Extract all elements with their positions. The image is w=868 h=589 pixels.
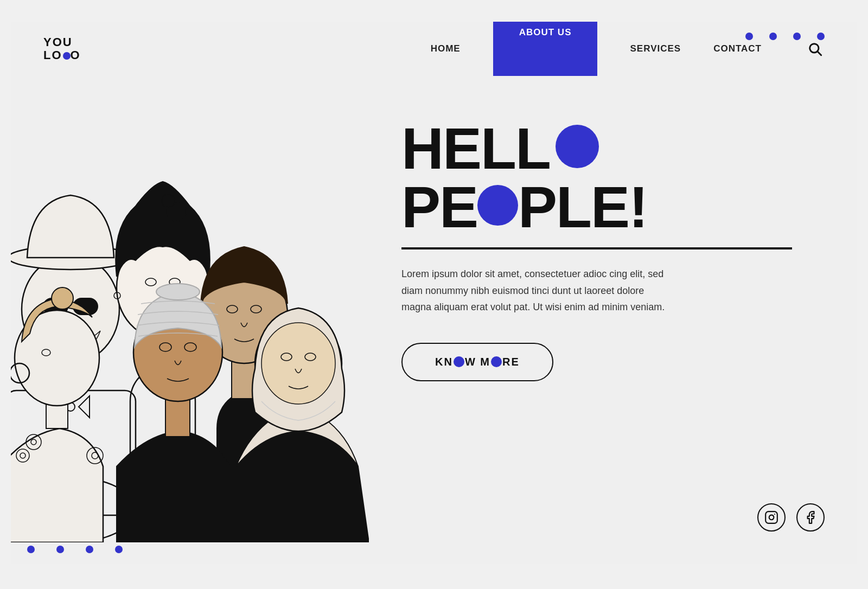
btn-o2 [491, 356, 502, 367]
hero-title-line1: HELL [401, 119, 792, 178]
dot-bottom-4 [115, 546, 123, 553]
nav-item-contact[interactable]: CONTACT [713, 39, 762, 59]
svg-point-43 [261, 323, 335, 404]
decorative-dots-bottom [27, 546, 123, 553]
svg-point-39 [156, 284, 200, 300]
svg-line-1 [818, 52, 821, 55]
illustration-area [11, 22, 369, 564]
header: YOU LOO HOME ABOUT US SERVICES CONTACT [11, 22, 857, 76]
know-more-button[interactable]: KNW MRE [401, 343, 553, 381]
navigation: HOME ABOUT US SERVICES CONTACT [431, 22, 825, 76]
nav-item-about-us[interactable]: ABOUT US [493, 22, 598, 76]
instagram-icon [764, 510, 778, 524]
dot-bottom-1 [27, 546, 35, 553]
svg-point-32 [52, 287, 73, 309]
search-icon [807, 41, 822, 56]
hero-title: HELL PEPLE! [401, 119, 792, 236]
dot-bottom-2 [56, 546, 64, 553]
hero-divider [401, 247, 792, 249]
search-button[interactable] [805, 39, 825, 59]
svg-rect-50 [765, 511, 777, 523]
btn-o1 [454, 356, 464, 367]
svg-point-21 [162, 194, 175, 207]
dot-bottom-3 [86, 546, 93, 553]
logo-dot [63, 52, 71, 60]
content-area: HELL PEPLE! Lorem ipsum dolor sit amet, … [380, 98, 825, 403]
hero-title-ple: PLE! [518, 178, 647, 236]
facebook-button[interactable] [796, 503, 825, 532]
hero-description: Lorem ipsum dolor sit amet, consectetuer… [401, 266, 673, 316]
social-icons [757, 503, 825, 532]
main-container: YOU LOO HOME ABOUT US SERVICES CONTACT [11, 22, 857, 564]
hero-title-o-circle [556, 125, 599, 168]
hero-title-hell: HELL [401, 119, 550, 178]
nav-item-home[interactable]: HOME [431, 39, 461, 59]
logo-line1: YOU [43, 35, 73, 49]
svg-rect-37 [165, 396, 190, 437]
instagram-button[interactable] [757, 503, 786, 532]
logo-text: YOU LOO [43, 36, 81, 62]
logo-line2: LOO [43, 48, 81, 62]
hero-title-pe: PE [401, 178, 477, 236]
people-illustration [11, 22, 369, 542]
hero-title-o2-circle [477, 185, 518, 226]
logo[interactable]: YOU LOO [43, 36, 81, 62]
facebook-icon [803, 510, 818, 524]
nav-item-services[interactable]: SERVICES [630, 39, 681, 59]
hero-title-line2: PEPLE! [401, 178, 792, 236]
